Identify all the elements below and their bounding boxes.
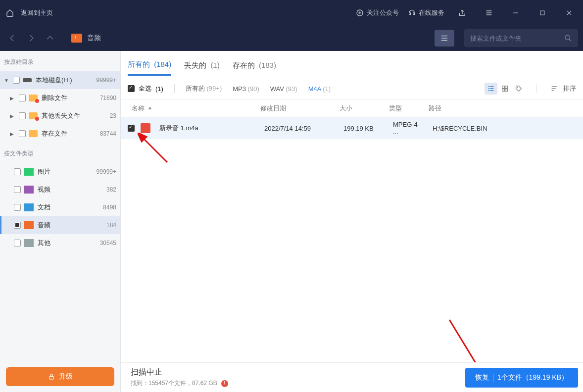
- filter-label: MP3: [233, 85, 246, 93]
- home-button[interactable]: [6, 9, 14, 17]
- headset-icon: [408, 9, 416, 17]
- tab-lost[interactable]: 丢失的 (1): [184, 61, 220, 75]
- svg-rect-3: [49, 376, 53, 379]
- filter-m4a[interactable]: M4A (1): [308, 85, 331, 93]
- upgrade-button[interactable]: 升级: [6, 367, 114, 386]
- image-icon: [24, 168, 34, 176]
- follow-label: 关注公众号: [367, 8, 399, 17]
- chevron-down-icon: ▼: [4, 78, 10, 83]
- filter-wav[interactable]: WAV (93): [270, 85, 297, 93]
- checkbox[interactable]: [14, 204, 21, 211]
- column-path[interactable]: 路径: [425, 104, 583, 113]
- view-tag-button[interactable]: [512, 83, 525, 95]
- share-button[interactable]: [453, 0, 471, 25]
- menu-icon: [485, 9, 493, 17]
- sidebar-item-video[interactable]: 视频 382: [0, 181, 120, 198]
- checkbox[interactable]: [14, 240, 21, 246]
- checkbox[interactable]: [19, 130, 26, 137]
- sidebar-item-images[interactable]: 图片 99999+: [0, 163, 120, 181]
- row-checkbox[interactable]: [128, 125, 135, 132]
- recover-label: 恢复: [475, 373, 489, 382]
- minimize-button[interactable]: [507, 0, 525, 25]
- sort-button[interactable]: 排序: [550, 84, 576, 93]
- close-button[interactable]: [560, 0, 578, 25]
- disk-icon: [23, 78, 32, 82]
- filter-label: WAV: [270, 85, 284, 93]
- view-grid-button[interactable]: [498, 83, 511, 95]
- sidebar-item-count: 99999+: [97, 77, 116, 84]
- divider: [536, 84, 536, 93]
- select-all[interactable]: 全选 (1): [128, 84, 163, 93]
- filter-count: (90): [248, 85, 259, 93]
- filter-count: (99+): [207, 85, 222, 92]
- checkbox[interactable]: [14, 186, 21, 193]
- checkbox[interactable]: [19, 95, 26, 101]
- sort-label: 排序: [563, 84, 576, 93]
- tab-label: 丢失的: [184, 61, 206, 69]
- search-box[interactable]: [464, 29, 578, 47]
- column-size[interactable]: 大小: [336, 104, 385, 113]
- sidebar-item-deleted[interactable]: ▶ 删除文件 71690: [0, 89, 120, 107]
- table-row[interactable]: 新录音 1.m4a 2022/7/14 14:59 199.19 KB MPEG…: [121, 117, 583, 139]
- divider: [174, 84, 175, 93]
- checkbox[interactable]: [14, 222, 21, 229]
- sidebar: 按原始目录 ▼ 本地磁盘(H:) 99999+ ▶ 删除文件 71690 ▶ 其…: [0, 51, 121, 392]
- sidebar-item-count: 382: [106, 186, 116, 193]
- column-type[interactable]: 类型: [385, 104, 425, 113]
- follow-button[interactable]: 关注公众号: [356, 8, 399, 17]
- nav-back-button[interactable]: [5, 31, 20, 46]
- arrow-right-icon: [27, 34, 36, 43]
- filter-count: (93): [286, 85, 297, 93]
- cell-date: 2022/7/14 14:59: [260, 125, 340, 132]
- tab-label: 所有的: [128, 60, 150, 68]
- view-list-button[interactable]: [485, 83, 497, 95]
- status-detail: 找到：155457个文件，87.62 GB: [131, 379, 217, 388]
- tab-count: (183): [259, 61, 276, 69]
- tab-all[interactable]: 所有的 (184): [128, 60, 171, 76]
- view-mode-icons: [485, 83, 525, 95]
- sidebar-item-docs[interactable]: 文档 8498: [0, 198, 120, 216]
- filter-all[interactable]: 所有的 (99+): [186, 84, 222, 93]
- online-service-label: 在线服务: [419, 8, 444, 17]
- sidebar-item-label: 本地磁盘(H:): [36, 76, 97, 85]
- maximize-button[interactable]: [534, 0, 551, 25]
- search-icon: [564, 34, 572, 42]
- sidebar-item-count: 99999+: [97, 168, 116, 175]
- view-menu-button[interactable]: [435, 30, 454, 47]
- sidebar-item-count: 23: [110, 112, 116, 119]
- checkbox[interactable]: [13, 77, 20, 84]
- column-date[interactable]: 修改日期: [256, 104, 336, 113]
- column-name[interactable]: 名称: [128, 104, 256, 113]
- sidebar-item-count: 184: [106, 222, 116, 229]
- recover-button[interactable]: 恢复 1个文件（199.19 KB）: [465, 368, 578, 388]
- breadcrumb-label: 音频: [87, 34, 101, 43]
- filter-mp3[interactable]: MP3 (90): [233, 85, 259, 93]
- search-input[interactable]: [470, 35, 564, 42]
- sidebar-item-count: 71690: [100, 95, 116, 101]
- sidebar-item-label: 视频: [38, 185, 106, 194]
- sidebar-item-label: 图片: [38, 167, 97, 176]
- menu-button[interactable]: [480, 0, 498, 25]
- checkbox[interactable]: [14, 168, 21, 175]
- svg-rect-6: [502, 89, 505, 92]
- sidebar-item-other[interactable]: 其他 30545: [0, 234, 120, 252]
- status-title: 扫描中止: [131, 367, 228, 378]
- checkbox[interactable]: [19, 112, 26, 119]
- tab-exist[interactable]: 存在的 (183): [233, 61, 276, 75]
- footer: 扫描中止 找到：155457个文件，87.62 GB ! 恢复 1个文件（199…: [121, 362, 583, 392]
- sidebar-item-audio[interactable]: 音频 184: [0, 216, 120, 234]
- table-header: 名称 修改日期 大小 类型 路径: [121, 99, 583, 117]
- sidebar-item-disk[interactable]: ▼ 本地磁盘(H:) 99999+: [0, 71, 120, 89]
- minimize-icon: [512, 9, 519, 16]
- sidebar-item-exist[interactable]: ▶ 存在文件 83744: [0, 125, 120, 143]
- sidebar-item-lost[interactable]: ▶ 其他丢失文件 23: [0, 107, 120, 125]
- video-icon: [24, 186, 34, 194]
- tab-count: (184): [154, 60, 171, 68]
- checkbox-checked[interactable]: [128, 85, 135, 92]
- cell-size: 199.19 KB: [340, 125, 389, 132]
- nav-forward-button[interactable]: [24, 31, 39, 46]
- back-home-link[interactable]: 返回到主页: [21, 8, 53, 17]
- online-service-button[interactable]: 在线服务: [408, 8, 444, 17]
- cell-name: 新录音 1.m4a: [155, 124, 260, 133]
- nav-up-button[interactable]: [43, 31, 57, 46]
